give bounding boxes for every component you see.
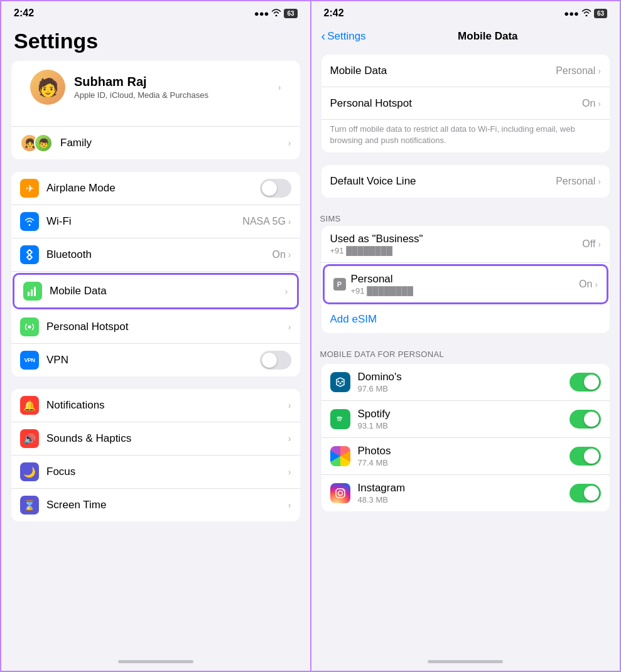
airplane-toggle-knob [262, 181, 277, 196]
svg-point-12 [342, 490, 343, 491]
spotify-name: Spotify [358, 408, 570, 420]
home-indicator-left [1, 652, 310, 671]
personal-hotspot-row-label: Personal Hotspot [330, 97, 412, 109]
instagram-size: 48.3 MB [358, 495, 570, 504]
mobile-data-chevron: › [285, 286, 288, 296]
svg-rect-0 [28, 292, 30, 296]
screen-time-row[interactable]: ⌛ Screen Time › [11, 489, 300, 521]
sims-section-label: SIMs [311, 210, 620, 226]
photos-size: 77.4 MB [358, 458, 570, 467]
spotify-toggle[interactable] [570, 410, 601, 429]
spotify-icon [330, 409, 350, 429]
personal-hotspot-row-chevron: › [598, 99, 601, 109]
wifi-row[interactable]: Wi-Fi NASA 5G › [11, 205, 300, 238]
wifi-icon-right [581, 9, 591, 18]
signal-icon-left: ●●● [254, 9, 269, 18]
hotspot-icon [20, 317, 39, 336]
vpn-toggle-knob [262, 353, 277, 368]
screen-time-icon: ⌛ [20, 496, 39, 515]
svg-rect-1 [31, 289, 33, 296]
nav-back-button[interactable]: ‹ Settings [321, 29, 366, 43]
profile-text: Subham Raj Apple ID, iCloud, Media & Pur… [74, 75, 278, 100]
svg-point-11 [338, 491, 342, 496]
profile-subtitle: Apple ID, iCloud, Media & Purchases [74, 90, 278, 100]
sounds-row[interactable]: 🔊 Sounds & Haptics › [11, 422, 300, 456]
apps-card: Domino's 97.6 MB [321, 364, 610, 511]
profile-row[interactable]: 🧑 Subham Raj Apple ID, iCloud, Media & P… [21, 61, 290, 114]
sounds-icon: 🔊 [20, 429, 39, 448]
personal-sim-number: +91 ████████ [351, 286, 579, 296]
personal-sim-value: On [579, 279, 592, 290]
instagram-row[interactable]: Instagram 48.3 MB [321, 475, 610, 511]
sounds-chevron: › [288, 434, 291, 444]
business-sim-row[interactable]: Used as "Business" +91 ████████ Off › [321, 226, 610, 263]
wifi-label: Wi-Fi [46, 215, 72, 227]
mobile-data-row[interactable]: Mobile Data › [13, 273, 299, 309]
photos-row[interactable]: Photos 77.4 MB [321, 438, 610, 475]
family-label: Family [60, 137, 92, 149]
focus-icon: 🌙 [20, 462, 39, 481]
bluetooth-label: Bluetooth [46, 248, 92, 260]
instagram-toggle[interactable] [570, 484, 601, 503]
notifications-row[interactable]: 🔔 Notifications › [11, 389, 300, 422]
family-row[interactable]: 👧 👦 Family › [11, 126, 300, 159]
bluetooth-icon [20, 245, 39, 264]
focus-label: Focus [46, 466, 75, 477]
svg-point-4 [28, 326, 31, 329]
right-phone: 2:42 ●●● 63 ‹ Settings Mobile Data [311, 0, 622, 672]
personal-sim-row[interactable]: P Personal +91 ████████ On › [323, 264, 609, 304]
status-bar-right: 2:42 ●●● 63 [311, 1, 620, 23]
status-icons-left: ●●● 63 [254, 9, 298, 18]
focus-row[interactable]: 🌙 Focus › [11, 456, 300, 489]
instagram-name: Instagram [358, 482, 570, 494]
business-sim-value: Off [582, 238, 595, 250]
mobile-data-row-chevron: › [598, 66, 601, 76]
add-esim-button[interactable]: Add eSIM [321, 306, 610, 333]
nav-bar-right: ‹ Settings Mobile Data [311, 23, 620, 48]
bluetooth-value: On [272, 249, 285, 260]
screen-time-label: Screen Time [46, 499, 106, 511]
apps-section: MOBILE DATA FOR PERSONAL Dom [311, 346, 620, 511]
personal-hotspot-value-row[interactable]: Personal Hotspot On › [321, 87, 610, 120]
default-voice-chevron: › [598, 176, 601, 186]
svg-point-5 [332, 373, 349, 391]
wifi-icon-left [271, 9, 281, 18]
photos-toggle[interactable] [570, 447, 601, 466]
sims-card: Used as "Business" +91 ████████ Off › P … [321, 226, 610, 333]
vpn-label: VPN [46, 354, 68, 366]
bluetooth-row[interactable]: Bluetooth On › [11, 238, 300, 272]
mobile-data-row-value: Personal [556, 65, 595, 77]
vpn-icon: VPN [20, 351, 39, 370]
home-indicator-right [311, 652, 620, 671]
personal-hotspot-row[interactable]: Personal Hotspot › [11, 311, 300, 344]
personal-sim-label: Personal [351, 273, 579, 285]
status-time-right: 2:42 [324, 8, 344, 19]
signal-icon-right: ●●● [564, 9, 579, 18]
default-voice-value: Personal [556, 176, 595, 187]
spotify-row[interactable]: Spotify 93.1 MB [321, 401, 610, 438]
dominos-size: 97.6 MB [358, 384, 570, 393]
svg-point-8 [339, 383, 341, 385]
profile-card: 🧑 Subham Raj Apple ID, iCloud, Media & P… [11, 61, 300, 159]
airplane-toggle[interactable] [260, 179, 291, 198]
battery-icon-left: 63 [284, 9, 297, 18]
profile-chevron: › [278, 82, 281, 92]
dominos-toggle-knob [584, 375, 599, 390]
photos-toggle-knob [584, 449, 599, 464]
dominos-name: Domino's [358, 371, 570, 383]
notifications-icon: 🔔 [20, 396, 39, 415]
airplane-label: Airplane Mode [46, 182, 116, 194]
family-avatars: 👧 👦 [20, 134, 53, 152]
screen-time-chevron: › [288, 500, 291, 510]
mobile-data-value-row[interactable]: Mobile Data Personal › [321, 55, 610, 87]
vpn-toggle[interactable] [260, 351, 291, 370]
default-voice-row[interactable]: Default Voice Line Personal › [321, 165, 610, 198]
spotify-toggle-knob [584, 412, 599, 427]
vpn-row[interactable]: VPN VPN [11, 344, 300, 376]
focus-chevron: › [288, 467, 291, 477]
dominos-row[interactable]: Domino's 97.6 MB [321, 364, 610, 401]
airplane-mode-row[interactable]: ✈ Airplane Mode [11, 172, 300, 205]
dominos-toggle[interactable] [570, 373, 601, 392]
business-sim-chevron: › [598, 239, 601, 249]
apps-section-label: MOBILE DATA FOR PERSONAL [311, 346, 620, 361]
